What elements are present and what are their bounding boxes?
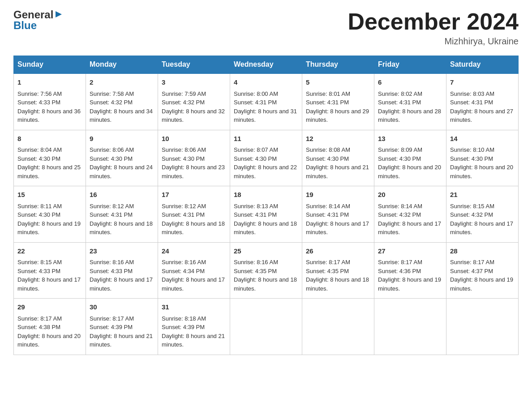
day-number: 26 [306,246,370,257]
day-info: Sunrise: 8:02 AMSunset: 4:31 PMDaylight:… [378,90,442,124]
calendar-cell: 25Sunrise: 8:16 AMSunset: 4:35 PMDayligh… [230,242,302,299]
day-info: Sunrise: 8:14 AMSunset: 4:32 PMDaylight:… [378,202,442,237]
day-info: Sunrise: 8:00 AMSunset: 4:31 PMDaylight:… [234,90,298,124]
day-info: Sunrise: 7:59 AMSunset: 4:32 PMDaylight:… [162,90,226,124]
day-info: Sunrise: 8:08 AMSunset: 4:30 PMDaylight:… [306,146,370,180]
month-title: December 2024 [348,9,519,34]
day-number: 8 [17,134,82,144]
day-number: 14 [450,134,515,144]
day-number: 5 [306,77,370,88]
day-header-friday: Friday [374,56,446,74]
day-number: 28 [450,246,515,257]
day-number: 23 [90,246,154,257]
day-number: 15 [17,190,82,200]
calendar-cell: 24Sunrise: 8:16 AMSunset: 4:34 PMDayligh… [158,242,230,299]
logo: General Blue [13,9,64,32]
day-number: 22 [17,246,82,257]
day-info: Sunrise: 8:10 AMSunset: 4:30 PMDaylight:… [450,146,515,180]
day-info: Sunrise: 8:06 AMSunset: 4:30 PMDaylight:… [90,146,154,180]
day-info: Sunrise: 8:17 AMSunset: 4:36 PMDaylight:… [378,258,442,293]
calendar-cell: 13Sunrise: 8:09 AMSunset: 4:30 PMDayligh… [374,130,446,186]
calendar-cell: 14Sunrise: 8:10 AMSunset: 4:30 PMDayligh… [446,130,519,186]
day-number: 7 [450,77,515,88]
calendar-cell: 4Sunrise: 8:00 AMSunset: 4:31 PMDaylight… [230,73,302,130]
day-header-thursday: Thursday [302,56,374,74]
calendar-header-row: SundayMondayTuesdayWednesdayThursdayFrid… [14,56,519,74]
day-info: Sunrise: 8:15 AMSunset: 4:32 PMDaylight:… [450,202,515,237]
day-info: Sunrise: 8:14 AMSunset: 4:31 PMDaylight:… [306,202,370,237]
day-header-sunday: Sunday [14,56,86,74]
day-number: 31 [162,302,226,313]
day-info: Sunrise: 8:07 AMSunset: 4:30 PMDaylight:… [234,146,298,180]
calendar-table: SundayMondayTuesdayWednesdayThursdayFrid… [13,56,519,355]
title-block: December 2024 Mizhhirya, Ukraine [348,9,519,47]
day-number: 30 [90,302,154,313]
calendar-cell: 29Sunrise: 8:17 AMSunset: 4:38 PMDayligh… [14,299,86,355]
day-info: Sunrise: 7:58 AMSunset: 4:32 PMDaylight:… [90,90,154,124]
day-info: Sunrise: 8:13 AMSunset: 4:31 PMDaylight:… [234,202,298,237]
day-header-wednesday: Wednesday [230,56,302,74]
day-info: Sunrise: 8:06 AMSunset: 4:30 PMDaylight:… [162,146,226,180]
calendar-cell: 18Sunrise: 8:13 AMSunset: 4:31 PMDayligh… [230,186,302,243]
day-info: Sunrise: 8:11 AMSunset: 4:30 PMDaylight:… [17,202,82,237]
day-info: Sunrise: 7:56 AMSunset: 4:33 PMDaylight:… [17,90,82,124]
day-info: Sunrise: 8:17 AMSunset: 4:35 PMDaylight:… [306,258,370,293]
day-info: Sunrise: 8:17 AMSunset: 4:39 PMDaylight:… [90,314,154,349]
calendar-cell: 22Sunrise: 8:15 AMSunset: 4:33 PMDayligh… [14,242,86,299]
calendar-cell: 31Sunrise: 8:18 AMSunset: 4:39 PMDayligh… [158,299,230,355]
calendar-week-row: 15Sunrise: 8:11 AMSunset: 4:30 PMDayligh… [14,186,519,243]
day-number: 1 [17,77,82,88]
day-number: 4 [234,77,298,88]
day-info: Sunrise: 8:12 AMSunset: 4:31 PMDaylight:… [90,202,154,237]
day-number: 12 [306,134,370,144]
calendar-cell: 7Sunrise: 8:03 AMSunset: 4:31 PMDaylight… [446,73,519,130]
calendar-week-row: 22Sunrise: 8:15 AMSunset: 4:33 PMDayligh… [14,242,519,299]
day-number: 11 [234,134,298,144]
day-number: 24 [162,246,226,257]
calendar-cell: 26Sunrise: 8:17 AMSunset: 4:35 PMDayligh… [302,242,374,299]
day-number: 6 [378,77,442,88]
calendar-cell: 6Sunrise: 8:02 AMSunset: 4:31 PMDaylight… [374,73,446,130]
day-header-monday: Monday [86,56,158,74]
page-header: General Blue December 2024 Mizhhirya, Uk… [13,9,519,47]
calendar-cell [446,299,519,355]
location: Mizhhirya, Ukraine [348,36,519,47]
calendar-cell [374,299,446,355]
day-info: Sunrise: 8:03 AMSunset: 4:31 PMDaylight:… [450,90,515,124]
day-number: 18 [234,190,298,200]
day-info: Sunrise: 8:16 AMSunset: 4:34 PMDaylight:… [162,258,226,293]
calendar-cell: 8Sunrise: 8:04 AMSunset: 4:30 PMDaylight… [14,130,86,186]
calendar-cell: 11Sunrise: 8:07 AMSunset: 4:30 PMDayligh… [230,130,302,186]
day-number: 19 [306,190,370,200]
calendar-cell: 19Sunrise: 8:14 AMSunset: 4:31 PMDayligh… [302,186,374,243]
day-info: Sunrise: 8:12 AMSunset: 4:31 PMDaylight:… [162,202,226,237]
day-info: Sunrise: 8:04 AMSunset: 4:30 PMDaylight:… [17,146,82,180]
calendar-cell: 2Sunrise: 7:58 AMSunset: 4:32 PMDaylight… [86,73,158,130]
calendar-cell: 30Sunrise: 8:17 AMSunset: 4:39 PMDayligh… [86,299,158,355]
day-number: 2 [90,77,154,88]
calendar-cell: 17Sunrise: 8:12 AMSunset: 4:31 PMDayligh… [158,186,230,243]
calendar-cell: 21Sunrise: 8:15 AMSunset: 4:32 PMDayligh… [446,186,519,243]
calendar-cell: 15Sunrise: 8:11 AMSunset: 4:30 PMDayligh… [14,186,86,243]
day-number: 25 [234,246,298,257]
day-info: Sunrise: 8:16 AMSunset: 4:33 PMDaylight:… [90,258,154,293]
day-info: Sunrise: 8:01 AMSunset: 4:31 PMDaylight:… [306,90,370,124]
calendar-cell [230,299,302,355]
calendar-cell: 20Sunrise: 8:14 AMSunset: 4:32 PMDayligh… [374,186,446,243]
day-info: Sunrise: 8:16 AMSunset: 4:35 PMDaylight:… [234,258,298,293]
day-header-saturday: Saturday [446,56,519,74]
day-number: 3 [162,77,226,88]
calendar-cell: 16Sunrise: 8:12 AMSunset: 4:31 PMDayligh… [86,186,158,243]
calendar-cell: 10Sunrise: 8:06 AMSunset: 4:30 PMDayligh… [158,130,230,186]
day-number: 16 [90,190,154,200]
calendar-cell: 28Sunrise: 8:17 AMSunset: 4:37 PMDayligh… [446,242,519,299]
day-info: Sunrise: 8:17 AMSunset: 4:38 PMDaylight:… [17,314,82,349]
calendar-cell: 12Sunrise: 8:08 AMSunset: 4:30 PMDayligh… [302,130,374,186]
day-number: 13 [378,134,442,144]
day-number: 29 [17,302,82,313]
day-number: 27 [378,246,442,257]
day-number: 21 [450,190,515,200]
day-header-tuesday: Tuesday [158,56,230,74]
calendar-cell: 9Sunrise: 8:06 AMSunset: 4:30 PMDaylight… [86,130,158,186]
svg-marker-0 [56,11,62,17]
